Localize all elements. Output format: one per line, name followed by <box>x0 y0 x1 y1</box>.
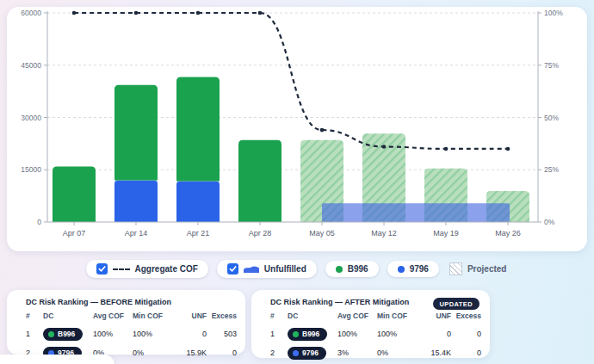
risk-table-after-grid: #DCAvg COFMin COFUNFExcess1B996100%100%0… <box>270 312 481 362</box>
column-header-excess: Excess <box>207 312 237 324</box>
line-point-marker <box>258 11 263 15</box>
cof-chart-card: 0150003000045000600000%25%50%75%100%Apr … <box>7 7 587 251</box>
unf-cell: 0 <box>420 327 451 342</box>
dashed-line-icon <box>113 268 130 270</box>
dc-dot-icon <box>293 331 299 337</box>
line-point-marker <box>134 11 139 15</box>
excess-cell: 503 <box>207 327 237 342</box>
excess-cell: 0 <box>451 327 481 342</box>
x-axis-label: Apr 14 <box>125 229 148 238</box>
line-point-marker <box>196 11 201 15</box>
dc-label: B996 <box>302 330 319 338</box>
min-cof-cell: 0% <box>377 346 420 361</box>
dc-cell: 9796 <box>288 343 337 362</box>
bar-9796[interactable] <box>176 182 220 222</box>
left-axis-label: 45000 <box>21 61 41 70</box>
area-wave-icon <box>244 263 259 275</box>
column-header-unf: UNF <box>176 312 207 324</box>
line-point-marker <box>320 128 325 133</box>
bar-9796[interactable] <box>114 180 158 222</box>
bar-b996[interactable] <box>238 140 282 222</box>
dc-cell: B996 <box>43 324 93 343</box>
column-header-dc: DC <box>288 312 337 324</box>
line-point-marker <box>382 145 387 149</box>
rank-cell: 2 <box>270 346 288 361</box>
left-axis-label: 30000 <box>21 114 41 122</box>
dc-label: B996 <box>58 330 75 338</box>
column-header-min-cof: Min COF <box>377 312 420 324</box>
right-axis-label: 0% <box>544 218 555 226</box>
chart-legend: Aggregate COFUnfulfilledB9969796Projecte… <box>0 259 594 279</box>
min-cof-cell: 100% <box>377 327 420 342</box>
risk-table-before: DC Risk Ranking — BEFORE Mitigation #DCA… <box>7 290 245 355</box>
left-axis-label: 60000 <box>21 9 41 17</box>
dc-pill-9796: 9796 <box>288 347 326 360</box>
bar-b996[interactable] <box>53 167 96 222</box>
hatch-swatch-icon <box>449 262 462 275</box>
line-point-marker <box>444 147 449 151</box>
legend-item-projected[interactable]: Projected <box>448 259 509 279</box>
avg-cof-cell: 100% <box>93 327 133 342</box>
x-axis-label: May 26 <box>495 229 521 238</box>
dc-dot-icon <box>48 331 54 337</box>
rank-cell: 1 <box>26 327 43 342</box>
column-header-unf: UNF <box>420 312 451 324</box>
min-cof-cell: 0% <box>133 346 176 361</box>
legend-item-9796[interactable]: 9796 <box>387 261 439 277</box>
line-point-marker <box>506 147 510 151</box>
x-axis-label: May 19 <box>433 229 459 238</box>
x-axis-label: Apr 07 <box>63 229 86 238</box>
checkbox-checked-icon[interactable] <box>227 263 238 275</box>
updated-badge: UPDATED <box>433 298 480 310</box>
x-axis-label: Apr 21 <box>187 229 210 238</box>
unfulfilled-band[interactable] <box>322 203 510 222</box>
column-header-min-cof: Min COF <box>133 312 176 324</box>
checkbox-checked-icon[interactable] <box>96 263 108 275</box>
legend-item-unfulfilled[interactable]: Unfulfilled <box>217 260 317 278</box>
column-header-#: # <box>26 312 43 324</box>
legend-label: Aggregate COF <box>135 264 198 274</box>
series-dot-icon <box>336 266 343 273</box>
right-axis-label: 50% <box>544 114 559 122</box>
left-axis-label: 0 <box>37 218 41 226</box>
right-axis-label: 25% <box>544 165 559 174</box>
unf-cell: 15.9K <box>176 346 207 361</box>
dc-label: 9796 <box>302 349 319 357</box>
column-header-avg-cof: Avg COF <box>337 312 377 324</box>
legend-item-aggregate-cof[interactable]: Aggregate COF <box>86 260 208 278</box>
legend-item-b996[interactable]: B996 <box>325 261 379 277</box>
column-header-#: # <box>270 312 288 324</box>
column-header-dc: DC <box>43 312 93 324</box>
x-axis-label: May 12 <box>371 229 397 238</box>
left-axis-label: 15000 <box>21 165 41 174</box>
x-axis-label: May 05 <box>309 229 335 238</box>
right-axis-label: 100% <box>544 9 563 17</box>
unf-cell: 15.4K <box>420 346 451 361</box>
avg-cof-cell: 3% <box>337 346 377 361</box>
x-axis-label: Apr 28 <box>249 229 272 238</box>
legend-label: B996 <box>348 264 368 274</box>
dc-pill-b996: B996 <box>43 328 83 341</box>
rank-cell: 1 <box>270 327 288 342</box>
legend-label: Unfulfilled <box>264 264 306 274</box>
dc-cell: B996 <box>288 324 337 343</box>
line-point-marker <box>72 11 77 15</box>
cof-chart[interactable]: 0150003000045000600000%25%50%75%100%Apr … <box>7 7 587 251</box>
column-header-excess: Excess <box>451 312 481 324</box>
risk-table-after: DC Risk Ranking — AFTER Mitigation UPDAT… <box>251 290 490 358</box>
partial-card-bottom <box>0 355 114 364</box>
unf-cell: 0 <box>176 327 207 342</box>
bar-b996[interactable] <box>114 85 158 181</box>
excess-cell: 0 <box>207 346 237 361</box>
excess-cell: 0 <box>451 346 481 361</box>
dc-pill-b996: B996 <box>288 328 327 341</box>
legend-label: 9796 <box>410 264 429 274</box>
column-header-avg-cof: Avg COF <box>93 312 133 324</box>
right-axis-label: 75% <box>544 61 559 70</box>
dashboard-page: { "chart_data": { "type": "bar", "catego… <box>0 0 594 364</box>
series-dot-icon <box>398 266 405 273</box>
bar-b996[interactable] <box>176 77 220 182</box>
min-cof-cell: 100% <box>133 327 176 342</box>
risk-table-before-title: DC Risk Ranking — BEFORE Mitigation <box>26 298 237 306</box>
avg-cof-cell: 100% <box>337 327 377 342</box>
